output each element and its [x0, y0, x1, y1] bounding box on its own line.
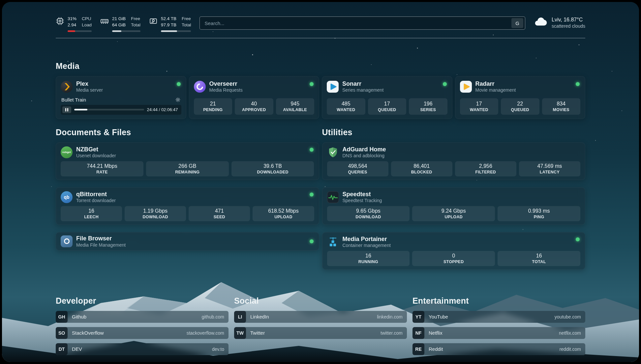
- stat-latency: 47.569 msLATENCY: [519, 161, 580, 176]
- bookmark-reddit[interactable]: RE Reddit reddit.com: [412, 343, 585, 355]
- stat-seed: 471SEED: [189, 206, 250, 221]
- stat-approved: 40APPROVED: [235, 98, 273, 115]
- app-card-adguard[interactable]: AdGuard Home DNS and adblocking 498,564Q…: [322, 142, 586, 180]
- reddit-icon: RE: [412, 343, 424, 355]
- app-name: qBittorrent: [76, 191, 116, 198]
- bookmark-twitter[interactable]: TW Twitter twitter.com: [234, 327, 407, 339]
- app-subtitle: Usenet downloader: [76, 153, 116, 158]
- status-dot: [310, 82, 314, 86]
- cpu-widget: 31% 2.94 CPU Load: [56, 16, 92, 32]
- app-name: Overseerr: [209, 80, 243, 87]
- app-card-plex[interactable]: Plex Media server Bullet Train: [56, 76, 186, 119]
- disk-free-value: 52.4 TB: [161, 16, 176, 22]
- cpu-label: CPU: [82, 16, 92, 22]
- settings-icon[interactable]: [175, 97, 181, 103]
- stat-filtered: 2,956FILTERED: [455, 161, 516, 176]
- entertainment-column: Entertainment YT YouTube youtube.com NF …: [412, 277, 585, 359]
- disk-total-label: Total: [182, 22, 191, 28]
- stat-series: 196SERIES: [409, 98, 447, 115]
- app-name: AdGuard Home: [343, 146, 386, 153]
- dev-icon: DT: [56, 343, 68, 355]
- ram-free-label: Free: [131, 16, 140, 22]
- social-column: Social LI LinkedIn linkedin.com TW Twitt…: [234, 277, 407, 359]
- section-title-entertainment: Entertainment: [412, 296, 585, 306]
- cloud-icon: [534, 16, 548, 28]
- search-bar: G: [199, 16, 525, 30]
- search-engine-button[interactable]: G: [511, 18, 523, 28]
- playback-time: 24:44 / 02:06:47: [147, 107, 178, 112]
- pause-bar: [67, 108, 68, 111]
- bookmark-linkedin[interactable]: LI LinkedIn linkedin.com: [234, 311, 407, 323]
- stat-stopped: 0STOPPED: [412, 251, 495, 266]
- pause-button[interactable]: [62, 106, 71, 113]
- now-playing-title: Bullet Train: [61, 97, 86, 103]
- app-subtitle: Media File Management: [76, 242, 126, 248]
- app-name: NZBGet: [76, 146, 116, 153]
- stat-download: 1.19 GbpsDOWNLOAD: [125, 206, 186, 221]
- app-name: Plex: [76, 80, 103, 87]
- bookmark-github[interactable]: GH Github github.com: [56, 311, 229, 323]
- app-subtitle: Torrent downloader: [76, 198, 116, 203]
- app-name: File Browser: [76, 235, 126, 242]
- app-card-nzbget[interactable]: nzbget NZBGet Usenet downloader 744.21 M…: [56, 142, 319, 180]
- app-card-radarr[interactable]: Radarr Movie management 17WANTED 22QUEUE…: [455, 76, 586, 119]
- ram-total-value: 64 GiB: [112, 22, 126, 28]
- plex-icon: [61, 81, 73, 93]
- media-grid: Plex Media server Bullet Train: [56, 76, 585, 119]
- status-dot: [310, 239, 314, 243]
- github-icon: GH: [56, 311, 68, 323]
- cpu-usage-bar: [68, 30, 92, 32]
- bookmark-youtube[interactable]: YT YouTube youtube.com: [412, 311, 585, 323]
- bookmark-dev[interactable]: DT DEV dev.to: [56, 343, 229, 355]
- stat-downloaded: 39.6 TBDOWNLOADED: [231, 161, 314, 176]
- stat-wanted: 485WANTED: [327, 98, 365, 115]
- stat-queries: 498,564QUERIES: [327, 161, 388, 176]
- header-divider: [56, 38, 585, 38]
- weather-widget: Lviv, 16.87°C scattered clouds: [534, 16, 585, 29]
- app-card-sonarr[interactable]: Sonarr Series management 485WANTED 17QUE…: [322, 76, 452, 119]
- status-dot: [310, 148, 314, 152]
- section-title-social: Social: [234, 296, 407, 306]
- cpu-load-value: 2.94: [68, 22, 76, 28]
- disk-icon: [149, 17, 158, 25]
- stat-queued: 22QUEUED: [501, 98, 539, 115]
- app-card-overseerr[interactable]: Overseerr Media Requests 21PENDING 40APP…: [189, 76, 320, 119]
- stat-remaining: 266 GBREMAINING: [146, 161, 229, 176]
- netflix-icon: NF: [412, 327, 424, 339]
- section-title-utilities: Utilities: [322, 128, 586, 137]
- stat-upload: 9.24 GbpsUPLOAD: [412, 206, 495, 221]
- stat-rate: 744.21 MbpsRATE: [61, 161, 143, 176]
- app-name: Sonarr: [342, 80, 383, 87]
- app-card-speedtest[interactable]: Speedtest Speedtest Tracking 9.65 GbpsDO…: [322, 187, 586, 225]
- app-card-filebrowser[interactable]: File Browser Media File Management: [56, 232, 319, 251]
- bookmark-netflix[interactable]: NF Netflix netflix.com: [412, 327, 585, 339]
- search-input[interactable]: [200, 17, 511, 29]
- app-subtitle: Container management: [343, 243, 391, 248]
- app-card-qbittorrent[interactable]: qb qBittorrent Torrent downloader 16LEEC…: [56, 187, 319, 225]
- app-card-portainer[interactable]: Media Portainer Container management 16R…: [322, 232, 586, 270]
- status-dot: [576, 237, 580, 241]
- status-dot: [443, 82, 447, 86]
- developer-column: Developer GH Github github.com SO StackO…: [56, 277, 229, 359]
- cpu-icon: [56, 17, 64, 25]
- stat-leech: 16LEECH: [61, 206, 122, 221]
- stat-total: 16TOTAL: [498, 251, 580, 266]
- bookmark-stackoverflow[interactable]: SO StackOverflow stackoverflow.com: [56, 327, 229, 339]
- ram-icon: [100, 17, 109, 25]
- ram-total-label: Total: [131, 22, 140, 28]
- linkedin-icon: LI: [234, 311, 246, 323]
- playback-progress-bar[interactable]: [74, 109, 144, 110]
- youtube-icon: YT: [412, 311, 424, 323]
- portainer-icon: [327, 236, 339, 248]
- weather-location: Lviv, 16.87°C: [552, 16, 585, 23]
- app-subtitle: Media server: [76, 87, 103, 93]
- stat-pending: 21PENDING: [194, 98, 232, 115]
- nzbget-icon: nzbget: [61, 146, 73, 158]
- bookmarks-grid: Developer GH Github github.com SO StackO…: [56, 277, 585, 359]
- middle-grid: Documents & Files nzbget NZBGet Usenet d…: [56, 119, 585, 277]
- status-dot: [310, 193, 314, 197]
- utilities-column: Utilities AdGuard Home: [322, 119, 586, 277]
- media-progress-strip: 24:44 / 02:06:47: [61, 105, 181, 115]
- app-subtitle: Speedtest Tracking: [343, 198, 382, 203]
- app-subtitle: DNS and adblocking: [343, 153, 386, 158]
